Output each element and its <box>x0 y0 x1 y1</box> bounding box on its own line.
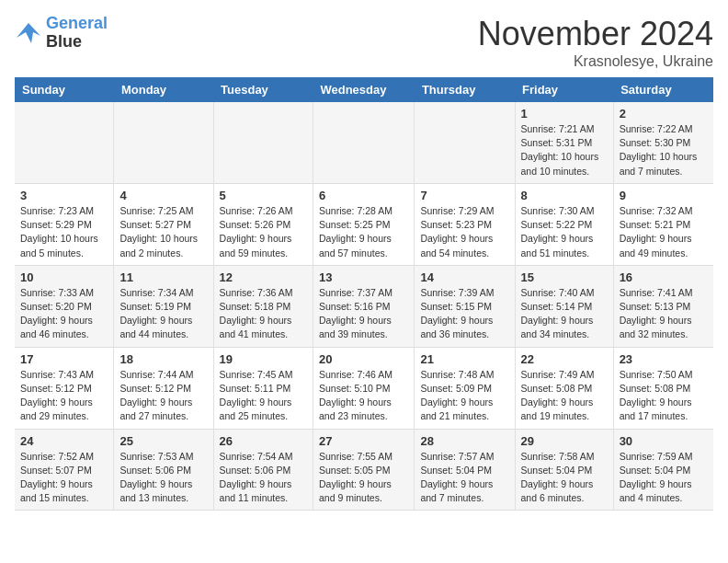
day-info: Sunrise: 7:52 AM Sunset: 5:07 PM Dayligh… <box>20 450 108 506</box>
day-info: Sunrise: 7:53 AM Sunset: 5:06 PM Dayligh… <box>119 450 207 506</box>
weekday-header-sunday: Sunday <box>15 77 114 102</box>
week-row-2: 3Sunrise: 7:23 AM Sunset: 5:29 PM Daylig… <box>15 183 713 265</box>
day-number: 5 <box>220 189 307 202</box>
weekday-header-monday: Monday <box>114 77 213 102</box>
day-info: Sunrise: 7:43 AM Sunset: 5:12 PM Dayligh… <box>20 368 108 424</box>
day-cell: 8Sunrise: 7:30 AM Sunset: 5:22 PM Daylig… <box>515 183 613 265</box>
day-number: 6 <box>319 189 408 202</box>
day-cell: 29Sunrise: 7:58 AM Sunset: 5:04 PM Dayli… <box>515 429 613 511</box>
day-info: Sunrise: 7:23 AM Sunset: 5:29 PM Dayligh… <box>20 204 108 260</box>
day-info: Sunrise: 7:32 AM Sunset: 5:21 PM Dayligh… <box>620 204 708 260</box>
day-cell: 9Sunrise: 7:32 AM Sunset: 5:21 PM Daylig… <box>613 183 713 265</box>
day-cell: 4Sunrise: 7:25 AM Sunset: 5:27 PM Daylig… <box>114 183 213 265</box>
day-number: 14 <box>420 270 508 284</box>
day-info: Sunrise: 7:40 AM Sunset: 5:14 PM Dayligh… <box>521 286 608 342</box>
logo: GeneralBlue <box>15 15 108 52</box>
day-number: 18 <box>119 352 207 366</box>
weekday-header-saturday: Saturday <box>613 77 713 102</box>
day-cell: 28Sunrise: 7:57 AM Sunset: 5:04 PM Dayli… <box>415 429 515 511</box>
week-row-1: 1Sunrise: 7:21 AM Sunset: 5:31 PM Daylig… <box>15 102 713 183</box>
day-info: Sunrise: 7:28 AM Sunset: 5:25 PM Dayligh… <box>319 204 408 260</box>
logo-icon <box>15 19 42 47</box>
day-cell <box>114 102 213 183</box>
day-number: 3 <box>20 189 108 202</box>
day-cell: 15Sunrise: 7:40 AM Sunset: 5:14 PM Dayli… <box>515 265 613 347</box>
day-number: 23 <box>620 352 708 366</box>
day-info: Sunrise: 7:59 AM Sunset: 5:04 PM Dayligh… <box>620 450 708 506</box>
month-title: November 2024 <box>478 15 713 53</box>
day-cell: 24Sunrise: 7:52 AM Sunset: 5:07 PM Dayli… <box>15 429 114 511</box>
title-block: November 2024 Krasnolesye, Ukraine <box>478 15 713 70</box>
day-cell: 7Sunrise: 7:29 AM Sunset: 5:23 PM Daylig… <box>415 183 515 265</box>
day-number: 12 <box>220 270 307 284</box>
day-number: 13 <box>319 270 408 284</box>
day-cell: 22Sunrise: 7:49 AM Sunset: 5:08 PM Dayli… <box>515 347 613 429</box>
day-cell: 11Sunrise: 7:34 AM Sunset: 5:19 PM Dayli… <box>114 265 213 347</box>
day-info: Sunrise: 7:33 AM Sunset: 5:20 PM Dayligh… <box>20 286 108 342</box>
day-number: 4 <box>119 189 207 202</box>
day-cell: 2Sunrise: 7:22 AM Sunset: 5:30 PM Daylig… <box>613 102 713 183</box>
day-cell: 27Sunrise: 7:55 AM Sunset: 5:05 PM Dayli… <box>313 429 414 511</box>
day-number: 16 <box>620 270 708 284</box>
day-info: Sunrise: 7:48 AM Sunset: 5:09 PM Dayligh… <box>420 368 508 424</box>
day-number: 25 <box>119 434 207 448</box>
day-info: Sunrise: 7:55 AM Sunset: 5:05 PM Dayligh… <box>319 450 408 506</box>
day-info: Sunrise: 7:45 AM Sunset: 5:11 PM Dayligh… <box>220 368 307 424</box>
logo-text: GeneralBlue <box>46 15 108 52</box>
day-number: 26 <box>220 434 307 448</box>
day-info: Sunrise: 7:30 AM Sunset: 5:22 PM Dayligh… <box>521 204 608 260</box>
svg-marker-0 <box>17 23 40 43</box>
day-number: 29 <box>521 434 608 448</box>
day-number: 24 <box>20 434 108 448</box>
weekday-header-wednesday: Wednesday <box>313 77 414 102</box>
day-cell: 30Sunrise: 7:59 AM Sunset: 5:04 PM Dayli… <box>613 429 713 511</box>
day-cell: 18Sunrise: 7:44 AM Sunset: 5:12 PM Dayli… <box>114 347 213 429</box>
day-cell: 25Sunrise: 7:53 AM Sunset: 5:06 PM Dayli… <box>114 429 213 511</box>
day-cell: 5Sunrise: 7:26 AM Sunset: 5:26 PM Daylig… <box>213 183 313 265</box>
day-info: Sunrise: 7:49 AM Sunset: 5:08 PM Dayligh… <box>521 368 608 424</box>
day-number: 9 <box>620 189 708 202</box>
day-info: Sunrise: 7:26 AM Sunset: 5:26 PM Dayligh… <box>220 204 307 260</box>
calendar-table: SundayMondayTuesdayWednesdayThursdayFrid… <box>15 77 713 511</box>
day-cell: 20Sunrise: 7:46 AM Sunset: 5:10 PM Dayli… <box>313 347 414 429</box>
day-number: 1 <box>521 107 608 121</box>
weekday-header-row: SundayMondayTuesdayWednesdayThursdayFrid… <box>15 77 713 102</box>
day-number: 19 <box>220 352 307 366</box>
day-number: 27 <box>319 434 408 448</box>
day-number: 11 <box>119 270 207 284</box>
day-info: Sunrise: 7:25 AM Sunset: 5:27 PM Dayligh… <box>119 204 207 260</box>
day-info: Sunrise: 7:50 AM Sunset: 5:08 PM Dayligh… <box>620 368 708 424</box>
week-row-4: 17Sunrise: 7:43 AM Sunset: 5:12 PM Dayli… <box>15 347 713 429</box>
day-number: 8 <box>521 189 608 202</box>
day-info: Sunrise: 7:44 AM Sunset: 5:12 PM Dayligh… <box>119 368 207 424</box>
day-info: Sunrise: 7:36 AM Sunset: 5:18 PM Dayligh… <box>220 286 307 342</box>
day-cell <box>313 102 414 183</box>
day-cell: 13Sunrise: 7:37 AM Sunset: 5:16 PM Dayli… <box>313 265 414 347</box>
day-number: 30 <box>620 434 708 448</box>
weekday-header-friday: Friday <box>515 77 613 102</box>
day-info: Sunrise: 7:57 AM Sunset: 5:04 PM Dayligh… <box>420 450 508 506</box>
day-number: 10 <box>20 270 108 284</box>
page-header: GeneralBlue November 2024 Krasnolesye, U… <box>15 15 713 70</box>
weekday-header-tuesday: Tuesday <box>213 77 313 102</box>
day-cell: 6Sunrise: 7:28 AM Sunset: 5:25 PM Daylig… <box>313 183 414 265</box>
day-info: Sunrise: 7:29 AM Sunset: 5:23 PM Dayligh… <box>420 204 508 260</box>
day-cell: 12Sunrise: 7:36 AM Sunset: 5:18 PM Dayli… <box>213 265 313 347</box>
day-number: 15 <box>521 270 608 284</box>
day-cell: 14Sunrise: 7:39 AM Sunset: 5:15 PM Dayli… <box>415 265 515 347</box>
day-info: Sunrise: 7:46 AM Sunset: 5:10 PM Dayligh… <box>319 368 408 424</box>
day-number: 22 <box>521 352 608 366</box>
location-subtitle: Krasnolesye, Ukraine <box>478 53 713 70</box>
day-info: Sunrise: 7:21 AM Sunset: 5:31 PM Dayligh… <box>521 122 608 178</box>
day-cell: 1Sunrise: 7:21 AM Sunset: 5:31 PM Daylig… <box>515 102 613 183</box>
day-number: 17 <box>20 352 108 366</box>
calendar-body: 1Sunrise: 7:21 AM Sunset: 5:31 PM Daylig… <box>15 102 713 511</box>
weekday-header-thursday: Thursday <box>415 77 515 102</box>
day-number: 28 <box>420 434 508 448</box>
day-cell: 10Sunrise: 7:33 AM Sunset: 5:20 PM Dayli… <box>15 265 114 347</box>
week-row-3: 10Sunrise: 7:33 AM Sunset: 5:20 PM Dayli… <box>15 265 713 347</box>
day-cell <box>15 102 114 183</box>
day-info: Sunrise: 7:37 AM Sunset: 5:16 PM Dayligh… <box>319 286 408 342</box>
day-cell: 21Sunrise: 7:48 AM Sunset: 5:09 PM Dayli… <box>415 347 515 429</box>
day-cell: 3Sunrise: 7:23 AM Sunset: 5:29 PM Daylig… <box>15 183 114 265</box>
